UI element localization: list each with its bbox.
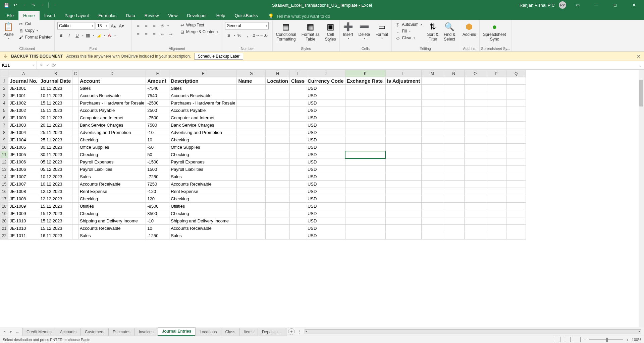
cell[interactable]: Location — [266, 77, 290, 85]
column-header[interactable]: P — [486, 70, 506, 77]
cell[interactable]: Accounts Receivable — [169, 181, 237, 188]
row-header[interactable]: 1 — [0, 77, 8, 85]
cell[interactable] — [237, 92, 266, 99]
cell[interactable] — [385, 188, 422, 195]
cell[interactable] — [345, 107, 385, 114]
row-header[interactable]: 17 — [0, 195, 8, 203]
cell[interactable]: 30.11.2023 — [39, 151, 72, 158]
orientation-icon[interactable]: ⟲ — [159, 22, 166, 29]
cell[interactable]: 15.12.2023 — [39, 225, 72, 232]
ribbon-display-options-icon[interactable]: ▭ — [570, 0, 585, 10]
cell[interactable]: -8500 — [146, 203, 169, 210]
cell[interactable]: Checking — [78, 136, 146, 144]
cell[interactable] — [72, 92, 78, 99]
cell[interactable]: -7540 — [146, 85, 169, 92]
cell[interactable] — [486, 144, 506, 151]
cell[interactable]: Checking — [78, 195, 146, 203]
row-header[interactable]: 7 — [0, 122, 8, 129]
cell[interactable]: JE-1002 — [8, 107, 39, 114]
cell[interactable] — [422, 77, 443, 85]
cell[interactable] — [345, 166, 385, 173]
cell[interactable]: -7500 — [146, 114, 169, 122]
sheet-tab[interactable]: Accounts — [56, 328, 81, 336]
cell[interactable]: -2500 — [146, 99, 169, 107]
sheet-tab[interactable]: Journal Entries — [158, 327, 196, 336]
cell[interactable] — [465, 151, 486, 158]
cell[interactable] — [289, 203, 306, 210]
cell[interactable]: USD — [306, 181, 345, 188]
cell[interactable] — [486, 158, 506, 166]
cell[interactable] — [266, 136, 290, 144]
cell[interactable] — [345, 210, 385, 217]
cell[interactable]: JE-1009 — [8, 203, 39, 210]
paste-button[interactable]: 📋 Paste ▾ — [1, 21, 16, 41]
cell[interactable] — [486, 166, 506, 173]
row-header[interactable]: 21 — [0, 225, 8, 232]
column-header[interactable]: Q — [506, 70, 526, 77]
column-header[interactable]: L — [385, 70, 422, 77]
cell[interactable] — [506, 122, 526, 129]
redo-icon[interactable]: ↷ — [30, 2, 36, 8]
cell[interactable] — [506, 151, 526, 158]
cell[interactable]: Payroll Expenses — [169, 158, 237, 166]
normal-view-button[interactable] — [554, 337, 560, 342]
cell[interactable] — [266, 99, 290, 107]
new-sheet-button[interactable]: + — [288, 328, 295, 335]
cell[interactable]: USD — [306, 203, 345, 210]
cell[interactable] — [266, 203, 290, 210]
cell[interactable]: JE-1005 — [8, 151, 39, 158]
sheet-nav-more-icon[interactable]: … — [15, 329, 21, 335]
ribbon-tab-developer[interactable]: Developer — [182, 11, 211, 20]
cell[interactable]: 10.12.2023 — [39, 181, 72, 188]
cell[interactable]: USD — [306, 173, 345, 181]
cell[interactable] — [465, 77, 486, 85]
cell[interactable] — [289, 188, 306, 195]
cell[interactable]: USD — [306, 151, 345, 158]
clear-button[interactable]: ◇Clear▾ — [394, 35, 423, 41]
select-all-corner[interactable] — [0, 70, 8, 77]
cell[interactable] — [443, 166, 465, 173]
cell[interactable]: Accounts Receivable — [169, 225, 237, 232]
cell[interactable] — [385, 114, 422, 122]
schedule-backup-button[interactable]: Schedule Backup Later — [194, 53, 243, 60]
cell[interactable] — [422, 107, 443, 114]
cell[interactable] — [506, 188, 526, 195]
ribbon-tab-page-layout[interactable]: Page Layout — [60, 11, 94, 20]
cut-button[interactable]: ✂Cut — [17, 21, 53, 27]
sheet-tab[interactable]: Items — [239, 328, 258, 336]
cell[interactable]: 20.11.2023 — [39, 122, 72, 129]
cell[interactable] — [443, 195, 465, 203]
cell[interactable] — [289, 114, 306, 122]
cell[interactable] — [72, 166, 78, 173]
cell[interactable] — [385, 173, 422, 181]
cell[interactable] — [72, 144, 78, 151]
row-header[interactable]: 20 — [0, 217, 8, 225]
cell[interactable]: JE-1008 — [8, 188, 39, 195]
name-box[interactable]: K11▾ — [0, 61, 37, 69]
cell[interactable] — [486, 107, 506, 114]
cell[interactable] — [345, 114, 385, 122]
cell[interactable] — [345, 92, 385, 99]
cell[interactable] — [506, 144, 526, 151]
maximize-icon[interactable]: ◻ — [608, 0, 623, 10]
cell[interactable] — [385, 203, 422, 210]
spreadsheet-grid[interactable]: ABCDEFGHIJKLMNOPQ1Journal No.Journal Dat… — [0, 70, 526, 239]
column-header[interactable]: H — [266, 70, 290, 77]
cell[interactable]: Checking — [169, 136, 237, 144]
cell[interactable]: JE-1010 — [8, 225, 39, 232]
row-header[interactable]: 2 — [0, 85, 8, 92]
fill-button[interactable]: ↓Fill▾ — [394, 28, 423, 34]
scroll-thumb[interactable] — [639, 80, 643, 107]
cell[interactable] — [289, 107, 306, 114]
cell[interactable] — [72, 114, 78, 122]
cell[interactable] — [486, 188, 506, 195]
cell[interactable]: Bank Service Charges — [169, 122, 237, 129]
bold-button[interactable]: B — [57, 31, 65, 39]
cell[interactable] — [465, 122, 486, 129]
cell[interactable] — [443, 173, 465, 181]
cell[interactable] — [289, 232, 306, 239]
cell[interactable]: USD — [306, 232, 345, 239]
cell[interactable] — [422, 136, 443, 144]
sheet-nav-last-icon[interactable]: ▸ — [8, 329, 14, 335]
cell[interactable] — [443, 129, 465, 136]
